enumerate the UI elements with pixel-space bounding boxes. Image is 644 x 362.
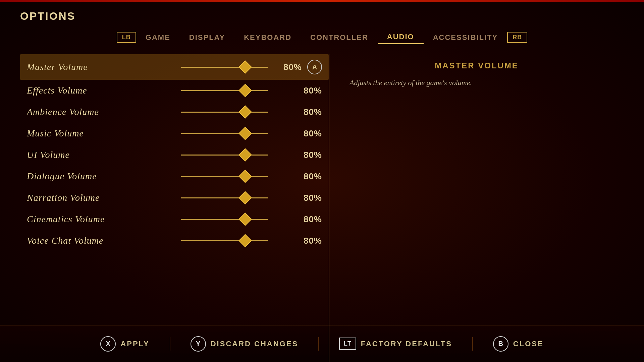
slider-thumb	[238, 127, 252, 140]
info-panel-description: Adjusts the entirety of the game's volum…	[350, 77, 472, 88]
setting-label-cinematics-volume: Cinematics Volume	[27, 214, 181, 225]
setting-label-voice-chat-volume: Voice Chat Volume	[27, 235, 181, 246]
slider-thumb	[238, 234, 252, 247]
left-bumper-button[interactable]: LB	[117, 32, 136, 43]
slider-value-ambience-volume: 80%	[299, 107, 322, 117]
info-panel: MASTER VOLUME Adjusts the entirety of th…	[329, 54, 624, 362]
setting-label-effects-volume: Effects Volume	[27, 85, 181, 96]
slider-cinematics-volume[interactable]	[181, 219, 288, 220]
slider-value-dialogue-volume: 80%	[299, 171, 322, 182]
slider-track	[181, 155, 268, 156]
slider-track	[181, 240, 268, 241]
slider-thumb	[238, 191, 252, 204]
slider-value-master-volume: 80%	[278, 62, 302, 72]
slider-track	[181, 176, 268, 177]
setting-row-voice-chat-volume[interactable]: Voice Chat Volume 80%	[20, 230, 329, 251]
setting-label-master-volume: Master Volume	[27, 62, 181, 72]
slider-thumb	[238, 213, 252, 226]
slider-value-narration-volume: 80%	[299, 193, 322, 203]
slider-thumb	[238, 105, 252, 119]
slider-value-ui-volume: 80%	[299, 150, 322, 160]
right-bumper-button[interactable]: RB	[507, 32, 527, 43]
setting-row-ambience-volume[interactable]: Ambience Volume 80%	[20, 101, 329, 123]
slider-track	[181, 90, 268, 91]
slider-voice-chat-volume[interactable]	[181, 240, 288, 241]
slider-dialogue-volume[interactable]	[181, 176, 288, 177]
slider-effects-volume[interactable]	[181, 90, 288, 91]
content-area: Master Volume 80% A Effects Volume 80%	[20, 54, 624, 362]
setting-label-dialogue-volume: Dialogue Volume	[27, 171, 181, 182]
info-panel-title: MASTER VOLUME	[350, 61, 604, 70]
panel-divider	[329, 54, 329, 362]
slider-value-cinematics-volume: 80%	[299, 214, 322, 225]
setting-label-music-volume: Music Volume	[27, 128, 181, 139]
tab-controller[interactable]: CONTROLLER	[301, 31, 378, 44]
setting-label-ui-volume: UI Volume	[27, 149, 181, 160]
tab-navigation: LB GAME DISPLAY KEYBOARD CONTROLLER AUDI…	[20, 31, 624, 44]
slider-ambience-volume[interactable]	[181, 112, 288, 113]
setting-label-ambience-volume: Ambience Volume	[27, 107, 181, 117]
page-title: OPTIONS	[20, 10, 624, 22]
slider-track	[181, 67, 268, 68]
tab-audio[interactable]: AUDIO	[378, 31, 424, 44]
slider-master-volume[interactable]	[181, 67, 268, 68]
settings-list: Master Volume 80% A Effects Volume 80%	[20, 54, 329, 362]
slider-value-music-volume: 80%	[299, 128, 322, 139]
setting-row-effects-volume[interactable]: Effects Volume 80%	[20, 80, 329, 101]
tab-accessibility[interactable]: ACCESSIBILITY	[424, 31, 507, 44]
slider-value-voice-chat-volume: 80%	[299, 236, 322, 246]
slider-music-volume[interactable]	[181, 133, 288, 134]
slider-thumb	[238, 60, 252, 74]
slider-value-effects-volume: 80%	[299, 85, 322, 96]
setting-row-narration-volume[interactable]: Narration Volume 80%	[20, 187, 329, 208]
slider-track	[181, 197, 268, 198]
tab-display[interactable]: DISPLAY	[180, 31, 234, 44]
setting-row-ui-volume[interactable]: UI Volume 80%	[20, 144, 329, 166]
slider-ui-volume[interactable]	[181, 155, 288, 156]
tab-game[interactable]: GAME	[136, 31, 180, 44]
setting-row-music-volume[interactable]: Music Volume 80%	[20, 123, 329, 144]
setting-row-dialogue-volume[interactable]: Dialogue Volume 80%	[20, 166, 329, 187]
page-container: OPTIONS LB GAME DISPLAY KEYBOARD CONTROL…	[0, 0, 644, 362]
setting-row-cinematics-volume[interactable]: Cinematics Volume 80%	[20, 208, 329, 230]
slider-track	[181, 219, 268, 220]
slider-thumb	[238, 170, 252, 183]
setting-label-narration-volume: Narration Volume	[27, 192, 181, 203]
setting-row-master-volume[interactable]: Master Volume 80% A	[20, 54, 329, 80]
slider-track	[181, 133, 268, 134]
slider-narration-volume[interactable]	[181, 197, 288, 198]
slider-thumb	[238, 148, 252, 162]
a-button-confirm[interactable]: A	[307, 60, 322, 74]
tab-keyboard[interactable]: KEYBOARD	[234, 31, 301, 44]
slider-track	[181, 112, 268, 113]
slider-thumb	[238, 84, 252, 97]
